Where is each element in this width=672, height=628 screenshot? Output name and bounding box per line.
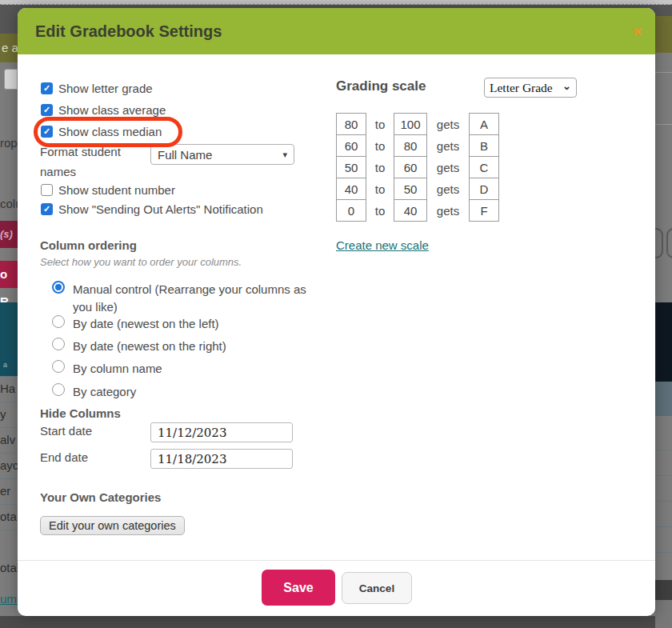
checkbox-checked-icon[interactable]: ✓ (41, 82, 53, 94)
radio-manual-control[interactable]: Manual control (Rearrange your columns a… (52, 281, 306, 316)
start-date-input[interactable] (150, 422, 293, 442)
dialog-title: Edit Gradebook Settings (35, 22, 222, 41)
scale-grade-cell[interactable]: F (469, 199, 499, 222)
show-class-median-option[interactable]: ✓ Show class median (41, 125, 162, 138)
hide-columns-heading: Hide Columns (40, 406, 121, 420)
bg-row-text: y (0, 407, 6, 421)
checkbox-unchecked[interactable] (41, 184, 53, 196)
bg-text-fragment: colu (0, 197, 18, 210)
bg-table-header-left: a (0, 302, 18, 376)
dropdown-arrow-icon: ▾ (282, 150, 287, 160)
scale-min-cell[interactable]: 60 (336, 134, 366, 157)
show-letter-grade-option[interactable]: ✓ Show letter grade (41, 82, 153, 94)
radio-by-date-right[interactable]: By date (newest on the right) (52, 338, 226, 355)
select-value: Letter Grade (490, 81, 562, 95)
bg-row-text: ota (0, 510, 17, 523)
column-ordering-heading: Column ordering (40, 238, 137, 252)
scale-grade-cell[interactable]: A (469, 113, 499, 135)
dialog-header: Edit Gradebook Settings ✕ (18, 8, 655, 54)
format-student-names-dropdown[interactable]: Full Name ▾ (150, 144, 294, 165)
bg-olive-bar-left: e ab (0, 34, 18, 62)
checkbox-checked-icon[interactable]: ✓ (41, 104, 53, 116)
edit-categories-button[interactable]: Edit your own categories (40, 516, 185, 535)
save-button[interactable]: Save (262, 570, 335, 606)
radio-unselected[interactable] (52, 315, 65, 328)
gets-label: gets (427, 161, 469, 174)
bg-bottom-right (655, 600, 672, 628)
radio-label: Manual control (Rearrange your columns a… (73, 281, 306, 316)
scale-row: 80 to 100 gets A (336, 113, 499, 135)
bg-button-fragment (666, 228, 672, 258)
scale-max-cell[interactable]: 60 (394, 156, 427, 178)
scale-min-cell[interactable]: 0 (336, 199, 366, 222)
gets-label: gets (427, 182, 469, 196)
gets-label: gets (427, 118, 469, 131)
scale-row: 40 to 50 gets D (336, 178, 499, 200)
scale-max-cell[interactable]: 80 (394, 134, 427, 157)
bg-table-rows-left: Ha y alv ayc er ota otal umm (0, 376, 18, 616)
cancel-button[interactable]: Cancel (342, 572, 412, 604)
format-student-names-label: Format student names (40, 142, 144, 182)
bg-subheader-right (655, 382, 672, 416)
bg-bottom-left (0, 616, 18, 628)
scale-row: 50 to 60 gets C (336, 156, 499, 178)
checkbox-label: Show class median (58, 125, 162, 138)
close-icon[interactable]: ✕ (632, 25, 642, 39)
scale-grade-cell[interactable]: C (469, 156, 499, 178)
scale-min-cell[interactable]: 50 (336, 156, 366, 178)
scale-max-cell[interactable]: 40 (394, 199, 427, 222)
start-date-label: Start date (40, 424, 92, 438)
bg-row-text: ayc (0, 458, 18, 472)
bg-maroon-bar: (s) (0, 221, 18, 248)
radio-by-date-left[interactable]: By date (newest on the left) (52, 315, 219, 333)
radio-unselected[interactable] (52, 360, 65, 373)
radio-unselected[interactable] (52, 338, 65, 350)
bg-text-fragment: rop (0, 136, 18, 150)
dropdown-value: Full Name (158, 148, 282, 162)
bg-row-text: alv (0, 433, 15, 446)
bg-olive-bar-right (655, 16, 672, 53)
bg-table-rows-right (655, 416, 672, 580)
radio-by-column-name[interactable]: By column name (52, 360, 162, 378)
radio-label: By category (73, 383, 136, 401)
grading-scale-heading: Grading scale (336, 78, 426, 94)
chevron-down-icon: ⌄ (562, 82, 571, 90)
scale-grade-cell[interactable]: D (469, 178, 499, 200)
scale-row: 60 to 80 gets B (336, 134, 499, 157)
end-date-label: End date (40, 450, 88, 464)
to-label: to (366, 118, 394, 131)
bg-table-header-right (655, 302, 672, 382)
grading-scale-select[interactable]: Letter Grade ⌄ (484, 78, 577, 98)
to-label: to (366, 182, 394, 196)
end-date-input[interactable] (150, 449, 293, 469)
radio-label: By date (newest on the left) (73, 315, 219, 333)
checkbox-label: Show letter grade (58, 82, 153, 95)
bg-row-text: Ha (0, 382, 15, 395)
to-label: to (366, 161, 394, 174)
bg-footer-band-right (655, 580, 672, 600)
checkbox-checked-icon[interactable]: ✓ (41, 126, 53, 138)
scale-grade-cell[interactable]: B (469, 134, 499, 157)
bg-input-fragment (4, 69, 18, 90)
show-class-average-option[interactable]: ✓ Show class average (41, 103, 166, 116)
scale-row: 0 to 40 gets F (336, 199, 499, 222)
scale-max-cell[interactable]: 50 (394, 178, 427, 200)
scale-min-cell[interactable]: 80 (336, 113, 366, 135)
radio-by-category[interactable]: By category (52, 383, 136, 401)
gets-label: gets (427, 139, 469, 153)
grading-scale-table: 80 to 100 gets A 60 to 80 gets B 50 to 6… (336, 113, 499, 222)
show-student-number-option[interactable]: Show student number (41, 183, 175, 196)
radio-label: By column name (73, 360, 162, 378)
radio-selected[interactable] (52, 281, 65, 294)
bg-bottom-strip (18, 616, 655, 628)
checkbox-checked-icon[interactable]: ✓ (41, 203, 53, 215)
to-label: to (366, 204, 394, 218)
radio-label: By date (newest on the right) (73, 338, 226, 355)
scale-max-cell[interactable]: 100 (394, 113, 427, 135)
radio-unselected[interactable] (52, 383, 65, 396)
show-alerts-notification-option[interactable]: ✓ Show "Sending Out Alerts" Notification (41, 202, 263, 215)
scale-min-cell[interactable]: 40 (336, 178, 366, 200)
create-new-scale-link[interactable]: Create new scale (336, 238, 429, 252)
screen: e ab rop colu (s) o R a Ha y alv ayc er … (0, 0, 672, 628)
checkbox-label: Show class average (58, 103, 166, 117)
